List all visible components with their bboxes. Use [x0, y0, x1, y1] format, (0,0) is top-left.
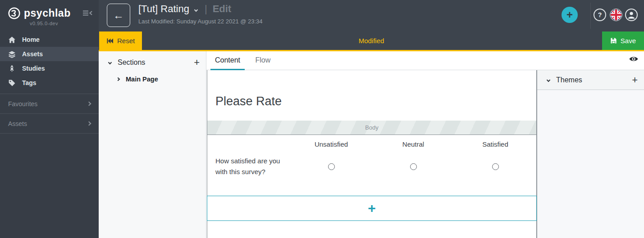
- sections-panel: Sections + Main Page: [99, 51, 206, 238]
- title-separator: |: [205, 3, 207, 15]
- rating-column-header: Unsatisfied: [290, 140, 372, 148]
- chevron-right-icon: [116, 77, 120, 81]
- survey-heading-component[interactable]: Please Rate: [215, 94, 282, 108]
- back-button[interactable]: ←: [107, 4, 130, 27]
- reset-button-label: Reset: [117, 37, 135, 45]
- sections-panel-title: Sections: [118, 58, 145, 67]
- last-modified-text: Last Modified: Sunday August 22 2021 @ 2…: [138, 18, 263, 25]
- sidebar-item-label: Home: [22, 36, 40, 43]
- mode-label: Edit: [213, 3, 232, 15]
- title-dropdown-chevron-icon[interactable]: [194, 8, 198, 12]
- chevron-right-icon: [87, 121, 91, 126]
- psychlab-logo-icon: [8, 7, 20, 19]
- sidebar: psychlab v0.95.0-dev Home Assets: [0, 0, 99, 238]
- section-item-main-page[interactable]: Main Page: [99, 67, 206, 83]
- rewind-icon: [106, 37, 114, 45]
- sidebar-item-assets[interactable]: Assets: [0, 47, 99, 61]
- sidebar-group-label: Assets: [8, 120, 27, 127]
- plus-icon: +: [368, 202, 376, 214]
- rating-question-row: How satisfied are you with this survey?: [207, 156, 536, 177]
- sidebar-item-label: Studies: [22, 65, 45, 72]
- rating-question-label: How satisfied are you with this survey?: [207, 156, 290, 177]
- sidebar-item-tags[interactable]: Tags: [0, 76, 99, 90]
- sidebar-item-home[interactable]: Home: [0, 32, 99, 47]
- body-placeholder-component[interactable]: Body: [207, 121, 536, 135]
- rocket-icon: [8, 65, 16, 72]
- preview-eye-icon[interactable]: [629, 56, 638, 65]
- rating-header-row: Unsatisfied Neutral Satisfied: [207, 140, 536, 148]
- add-asset-button[interactable]: +: [562, 7, 578, 23]
- tab-bar: Content Flow: [206, 51, 644, 70]
- themes-panel: Themes +: [537, 70, 644, 238]
- sidebar-item-label: Assets: [22, 50, 43, 58]
- reset-button[interactable]: Reset: [99, 31, 142, 50]
- rating-table-component: Unsatisfied Neutral Satisfied How satisf…: [207, 135, 536, 196]
- save-button[interactable]: Save: [602, 31, 644, 50]
- sidebar-item-label: Tags: [22, 79, 37, 86]
- sidebar-group-label: Favourites: [8, 100, 37, 108]
- sidebar-item-studies[interactable]: Studies: [0, 61, 99, 76]
- page-canvas: Please Rate Body Unsatisfied Neutral Sat…: [207, 70, 537, 238]
- workspace: Content Flow Please Rate Body Unsatisfie…: [206, 51, 644, 238]
- header-divider: [590, 3, 591, 29]
- sidebar-group-favourites[interactable]: Favourites: [0, 94, 99, 114]
- themes-collapse-chevron-icon[interactable]: [547, 78, 550, 81]
- edit-toolbar: Reset Modified Save: [99, 31, 644, 51]
- sidebar-group-assets[interactable]: Assets: [0, 114, 99, 134]
- save-icon: [610, 37, 617, 44]
- tag-icon: [8, 79, 16, 87]
- body-placeholder-label: Body: [365, 124, 379, 131]
- rating-column-header: Satisfied: [454, 140, 536, 148]
- top-header-bar: ← [Tut] Rating | Edit Last Modified: Sun…: [99, 0, 644, 31]
- sidebar-collapse-icon[interactable]: [82, 9, 92, 18]
- layers-icon: [8, 50, 16, 58]
- user-account-icon[interactable]: [625, 9, 638, 21]
- language-flag-icon[interactable]: [610, 9, 622, 21]
- home-icon: [8, 36, 16, 44]
- tab-flow[interactable]: Flow: [251, 51, 275, 70]
- section-item-label: Main Page: [126, 76, 158, 83]
- rating-column-header: Neutral: [372, 140, 454, 148]
- app-version: v0.95.0-dev: [30, 21, 99, 26]
- save-button-label: Save: [621, 37, 636, 45]
- add-component-button[interactable]: +: [207, 196, 537, 221]
- app-title: psychlab: [24, 7, 71, 19]
- page-title[interactable]: [Tut] Rating: [138, 3, 189, 15]
- radio-unsatisfied[interactable]: [328, 163, 335, 170]
- help-button[interactable]: ?: [594, 9, 606, 21]
- themes-panel-title: Themes: [556, 76, 582, 84]
- add-theme-button[interactable]: +: [632, 76, 638, 84]
- tab-content[interactable]: Content: [210, 51, 245, 70]
- add-section-button[interactable]: +: [194, 58, 200, 67]
- radio-satisfied[interactable]: [492, 163, 499, 170]
- radio-neutral[interactable]: [410, 163, 417, 170]
- chevron-right-icon: [87, 102, 91, 106]
- status-badge: Modified: [99, 31, 644, 50]
- canvas-header-section: Please Rate Body: [207, 70, 536, 135]
- sections-collapse-chevron-icon[interactable]: [108, 61, 112, 64]
